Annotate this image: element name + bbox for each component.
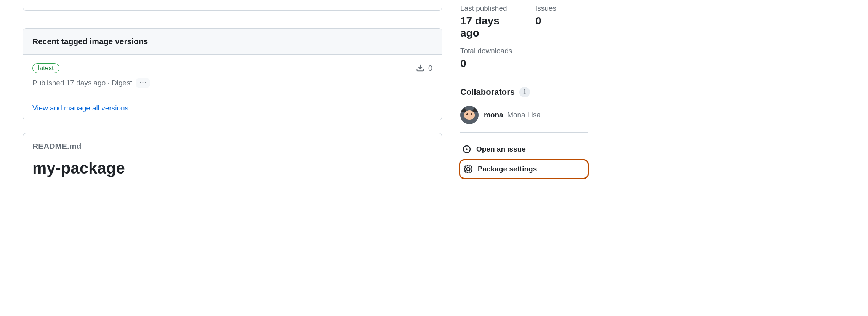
version-more-button[interactable] bbox=[136, 78, 150, 88]
panel-footer: View and manage all versions bbox=[23, 96, 442, 120]
collaborators-count-badge: 1 bbox=[519, 87, 530, 97]
gear-icon bbox=[464, 165, 472, 173]
readme-heading: my-package bbox=[32, 159, 432, 181]
readme-header: README.md bbox=[23, 133, 442, 154]
version-meta: Published 17 days ago · Digest bbox=[32, 78, 432, 88]
open-issue-label: Open an issue bbox=[476, 145, 526, 153]
stat-last-published: Last published 17 days ago bbox=[460, 4, 512, 39]
stat-total-downloads: Total downloads 0 bbox=[460, 47, 588, 70]
collaborators-heading: Collaborators bbox=[460, 87, 515, 97]
package-settings-label: Package settings bbox=[478, 165, 537, 173]
download-icon bbox=[416, 64, 424, 72]
version-meta-text: Published 17 days ago · Digest bbox=[32, 79, 132, 87]
collaborator-name: mona Mona Lisa bbox=[484, 111, 541, 119]
recent-versions-panel: Recent tagged image versions latest 0 Pu… bbox=[23, 28, 442, 120]
sidebar-column: Last published 17 days ago Issues 0 Tota… bbox=[460, 0, 588, 187]
download-count: 0 bbox=[416, 64, 432, 73]
download-value: 0 bbox=[428, 64, 432, 73]
avatar[interactable] bbox=[460, 106, 479, 124]
version-tag-badge[interactable]: latest bbox=[32, 63, 59, 73]
stat-grid: Last published 17 days ago Issues 0 bbox=[460, 4, 588, 39]
sidebar-actions-section: Open an issue Package settings bbox=[460, 132, 588, 186]
readme-filename: README.md bbox=[32, 142, 81, 150]
stat-value: 0 bbox=[535, 15, 588, 27]
kebab-icon bbox=[140, 80, 146, 86]
collaborator-fullname: Mona Lisa bbox=[507, 111, 541, 119]
view-all-versions-link[interactable]: View and manage all versions bbox=[32, 104, 128, 112]
version-item: latest 0 Published 17 days ago · Digest bbox=[23, 55, 442, 96]
collaborator-row[interactable]: mona Mona Lisa bbox=[460, 106, 588, 124]
sidebar-heading-row: Collaborators 1 bbox=[460, 87, 588, 97]
package-settings-link[interactable]: Package settings bbox=[460, 160, 588, 178]
stat-label: Total downloads bbox=[460, 47, 588, 55]
open-issue-link[interactable]: Open an issue bbox=[460, 140, 588, 158]
stat-value: 0 bbox=[460, 57, 588, 70]
sidebar-stats-section: Last published 17 days ago Issues 0 Tota… bbox=[460, 0, 588, 78]
readme-panel: README.md my-package bbox=[23, 133, 442, 187]
svg-point-1 bbox=[466, 148, 467, 150]
panel-title: Recent tagged image versions bbox=[32, 37, 432, 46]
stat-issues: Issues 0 bbox=[535, 4, 588, 39]
panel-header: Recent tagged image versions bbox=[23, 29, 442, 55]
sidebar-collaborators-section: Collaborators 1 mona Mona Lisa bbox=[460, 78, 588, 132]
readme-body: my-package bbox=[23, 154, 442, 187]
stat-label: Issues bbox=[535, 4, 588, 13]
panel-previous-section bbox=[23, 0, 442, 11]
issue-icon bbox=[463, 145, 471, 153]
collaborator-username[interactable]: mona bbox=[484, 111, 503, 119]
main-column: Recent tagged image versions latest 0 Pu… bbox=[23, 0, 442, 187]
version-row-top: latest 0 bbox=[32, 63, 432, 73]
stat-label: Last published bbox=[460, 4, 512, 13]
stat-value: 17 days ago bbox=[460, 15, 512, 39]
